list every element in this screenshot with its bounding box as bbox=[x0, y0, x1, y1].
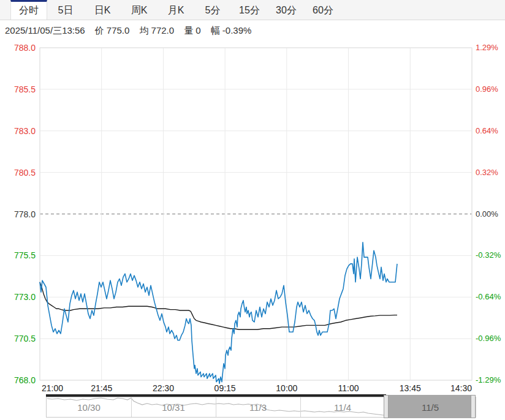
price-label: 价 bbox=[95, 25, 104, 36]
volume-value: 0 bbox=[196, 25, 200, 36]
tab-分时[interactable]: 分时 bbox=[10, 0, 47, 20]
tab-15分[interactable]: 15分 bbox=[231, 0, 268, 20]
avg-value: 772.0 bbox=[151, 25, 175, 36]
price-line bbox=[40, 242, 397, 384]
time-axis-label: 11:00 bbox=[338, 383, 359, 393]
percent-axis-label: -0.96% bbox=[476, 334, 501, 343]
time-axis-label: 13:45 bbox=[400, 383, 421, 393]
quote-bar: 2025/11/05/三13:56 价775.0 均772.0 量0 幅-0.3… bbox=[5, 24, 254, 37]
avg-label: 均 bbox=[140, 25, 149, 36]
percent-axis-label: 0.32% bbox=[476, 168, 498, 178]
price-axis-label: 768.0 bbox=[0, 375, 36, 385]
navigator-date-10/31[interactable]: 10/31 bbox=[131, 402, 216, 413]
navigator-right-handle[interactable] bbox=[471, 395, 476, 418]
time-axis-label: 21:45 bbox=[91, 383, 112, 393]
range-label: 幅 bbox=[211, 25, 220, 36]
price-axis-label: 773.0 bbox=[0, 292, 36, 302]
price-axis-label: 788.0 bbox=[0, 43, 36, 53]
tab-5日[interactable]: 5日 bbox=[47, 0, 84, 20]
price-axis-label: 775.5 bbox=[0, 250, 36, 260]
quote-datetime: 2025/11/05/三13:56 bbox=[5, 25, 85, 36]
date-navigator[interactable]: 10/3010/3111/311/411/5 bbox=[46, 397, 476, 418]
percent-axis-label: -1.29% bbox=[476, 375, 501, 385]
time-axis-label: 21:00 bbox=[42, 383, 63, 393]
navigator-left-handle[interactable] bbox=[384, 395, 389, 418]
navigator-date-10/30[interactable]: 10/30 bbox=[47, 402, 131, 413]
range-value: -0.39% bbox=[222, 25, 252, 36]
tab-周K[interactable]: 周K bbox=[121, 0, 158, 20]
time-axis-label: 10:00 bbox=[276, 383, 297, 393]
price-axis-label: 770.5 bbox=[0, 334, 36, 343]
tab-月K[interactable]: 月K bbox=[158, 0, 194, 20]
price-axis-label: 780.5 bbox=[0, 168, 36, 178]
navigator-date-11/3[interactable]: 11/3 bbox=[216, 402, 300, 413]
price-value: 775.0 bbox=[107, 25, 130, 36]
volume-label: 量 bbox=[184, 25, 193, 36]
tab-60分[interactable]: 60分 bbox=[305, 0, 341, 20]
percent-axis-label: 0.96% bbox=[476, 84, 498, 94]
percent-axis-label: -0.64% bbox=[476, 292, 501, 302]
price-axis-label: 785.5 bbox=[0, 84, 36, 94]
percent-axis-label: -0.32% bbox=[476, 250, 501, 260]
price-axis-label: 778.0 bbox=[0, 209, 36, 219]
time-axis-label: 14:30 bbox=[450, 383, 472, 393]
intraday-chart[interactable] bbox=[0, 0, 505, 392]
tab-日K[interactable]: 日K bbox=[84, 0, 121, 20]
tab-5分[interactable]: 5分 bbox=[194, 0, 231, 20]
percent-axis-label: 0.64% bbox=[476, 126, 498, 136]
time-axis-label: 22:30 bbox=[153, 383, 174, 393]
price-axis-label: 783.0 bbox=[0, 126, 36, 136]
percent-axis-label: 0.00% bbox=[476, 209, 498, 219]
period-tabbar: 分时5日日K周K月K5分15分30分60分 bbox=[0, 0, 505, 20]
time-axis-label: 09:15 bbox=[215, 383, 236, 393]
navigator-date-11/5[interactable]: 11/5 bbox=[385, 402, 476, 413]
navigator-date-11/4[interactable]: 11/4 bbox=[300, 402, 385, 413]
percent-axis-label: 1.29% bbox=[476, 43, 498, 53]
tab-30分[interactable]: 30分 bbox=[268, 0, 305, 20]
